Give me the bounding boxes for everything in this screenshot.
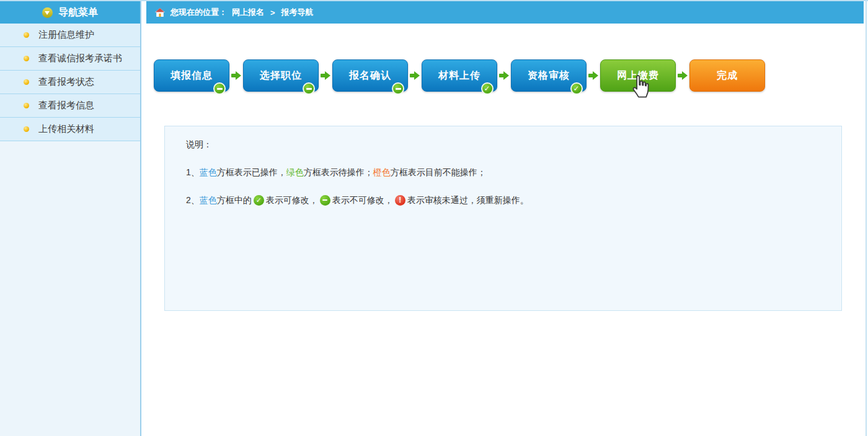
sidebar-item-application-status[interactable]: 查看报考状态 bbox=[0, 71, 140, 94]
orange-word: 橙色 bbox=[373, 166, 391, 178]
registration-portal-page: 导航菜单 注册信息维护 查看诚信报考承诺书 查看报考状态 查看报考信息 上传相关… bbox=[0, 0, 868, 436]
sidebar: 导航菜单 注册信息维护 查看诚信报考承诺书 查看报考状态 查看报考信息 上传相关… bbox=[0, 1, 141, 436]
step-finish: 完成 bbox=[689, 59, 765, 92]
step-upload-materials[interactable]: 材料上传 ✓ bbox=[422, 59, 497, 92]
minus-badge-icon bbox=[303, 82, 315, 95]
note-text: 方框中的 bbox=[217, 194, 252, 206]
bullet-icon bbox=[24, 126, 29, 132]
breadcrumb: 您现在的位置： 网上报名 > 报考导航 bbox=[146, 1, 864, 24]
sidebar-title: 导航菜单 bbox=[58, 6, 98, 19]
arrow-cell bbox=[408, 59, 422, 92]
step-select-position[interactable]: 选择职位 bbox=[243, 59, 319, 92]
sidebar-item-upload-materials[interactable]: 上传相关材料 bbox=[0, 118, 140, 141]
note-text: 1、 bbox=[186, 166, 200, 178]
note-text: 方框表示已操作， bbox=[217, 166, 286, 178]
green-word: 绿色 bbox=[286, 166, 304, 178]
chevron-down-circle-icon bbox=[42, 7, 53, 18]
breadcrumb-section[interactable]: 网上报名 bbox=[232, 7, 264, 18]
step-label: 资格审核 bbox=[528, 69, 570, 82]
arrow-cell bbox=[229, 59, 243, 92]
exclamation-badge-icon: ! bbox=[395, 195, 405, 206]
note-text: 2、 bbox=[186, 194, 200, 206]
sidebar-item-label: 上传相关材料 bbox=[38, 123, 94, 135]
note-text: 方框表示目前不能操作； bbox=[391, 166, 486, 178]
arrow-cell bbox=[497, 59, 511, 92]
step-label: 完成 bbox=[717, 69, 738, 82]
bullet-icon bbox=[24, 103, 29, 108]
arrow-right-icon bbox=[499, 71, 509, 80]
minus-badge-icon bbox=[213, 82, 226, 95]
arrow-right-icon bbox=[678, 71, 688, 80]
step-qualification-review[interactable]: 资格审核 ✓ bbox=[511, 59, 587, 92]
explanation-line-1: 1、蓝色方框表示已操作， 绿色方框表示待操作；橙色方框表示目前不能操作； bbox=[186, 166, 841, 178]
step-label: 材料上传 bbox=[438, 69, 480, 82]
bullet-icon bbox=[24, 32, 29, 38]
home-icon bbox=[154, 7, 166, 17]
explanation-title: 说明： bbox=[186, 139, 841, 150]
sidebar-item-register-info[interactable]: 注册信息维护 bbox=[0, 24, 140, 47]
check-badge-icon: ✓ bbox=[570, 82, 583, 95]
note-text: 方框表示待操作； bbox=[304, 166, 373, 178]
check-badge-icon: ✓ bbox=[254, 195, 264, 206]
sidebar-item-label: 注册信息维护 bbox=[38, 29, 94, 41]
bullet-icon bbox=[24, 56, 29, 61]
step-label: 报名确认 bbox=[349, 69, 391, 82]
sidebar-item-label: 查看诚信报考承诺书 bbox=[38, 53, 122, 64]
page-right-border bbox=[866, 0, 867, 436]
blue-word: 蓝色 bbox=[200, 194, 217, 206]
arrow-right-icon bbox=[321, 71, 330, 80]
note-text: 表示审核未通过，须重新操作。 bbox=[407, 194, 529, 206]
hand-cursor-icon bbox=[629, 74, 653, 101]
step-fill-info[interactable]: 填报信息 bbox=[154, 59, 229, 92]
arrow-right-icon bbox=[588, 71, 598, 80]
explanation-box: 说明： 1、蓝色方框表示已操作， 绿色方框表示待操作；橙色方框表示目前不能操作；… bbox=[164, 126, 842, 311]
breadcrumb-current: 报考导航 bbox=[281, 7, 314, 18]
sidebar-item-application-info[interactable]: 查看报考信息 bbox=[0, 94, 140, 118]
note-text: 表示不可修改， bbox=[332, 194, 393, 206]
arrow-cell bbox=[587, 59, 600, 92]
minus-badge-icon bbox=[392, 82, 404, 95]
step-online-payment[interactable]: 网上缴费 bbox=[600, 59, 676, 92]
sidebar-item-label: 查看报考状态 bbox=[38, 76, 94, 88]
main-content: 您现在的位置： 网上报名 > 报考导航 填报信息 选择职位 报名确认 bbox=[143, 1, 866, 436]
arrow-cell bbox=[676, 59, 689, 92]
step-confirm-registration[interactable]: 报名确认 bbox=[332, 59, 408, 92]
step-label: 填报信息 bbox=[170, 69, 213, 82]
sidebar-item-integrity-pledge[interactable]: 查看诚信报考承诺书 bbox=[0, 47, 140, 71]
breadcrumb-separator: > bbox=[270, 8, 275, 17]
breadcrumb-prefix: 您现在的位置： bbox=[170, 7, 227, 18]
arrow-right-icon bbox=[231, 71, 241, 80]
arrow-right-icon bbox=[410, 71, 420, 80]
explanation-line-2: 2、蓝色方框中的 ✓表示可修改，表示不可修改，!表示审核未通过，须重新操作。 bbox=[186, 194, 841, 206]
note-text: 表示可修改， bbox=[266, 194, 318, 206]
bullet-icon bbox=[24, 79, 29, 85]
minus-badge-icon bbox=[320, 195, 330, 206]
sidebar-item-label: 查看报考信息 bbox=[38, 100, 94, 111]
sidebar-header[interactable]: 导航菜单 bbox=[0, 1, 140, 24]
step-label: 选择职位 bbox=[260, 69, 302, 82]
arrow-cell bbox=[319, 59, 332, 92]
blue-word: 蓝色 bbox=[200, 166, 217, 178]
check-badge-icon: ✓ bbox=[481, 82, 494, 95]
steps-flow: 填报信息 选择职位 报名确认 材料上传 ✓ bbox=[154, 59, 765, 92]
